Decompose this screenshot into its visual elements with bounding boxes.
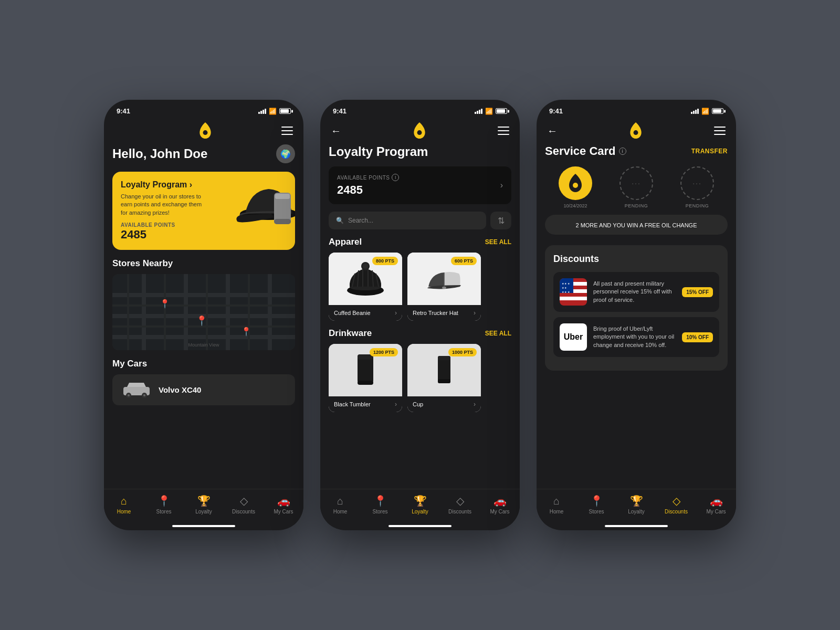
signal-icon-2 bbox=[475, 109, 482, 114]
car-name: Volvo XC40 bbox=[159, 385, 201, 394]
my-cars-icon-2: 🚗 bbox=[494, 495, 507, 507]
time-1: 9:41 bbox=[117, 107, 130, 115]
status-icons-2: 📶 bbox=[475, 108, 507, 115]
sort-button[interactable]: ⇅ bbox=[490, 212, 511, 229]
product-beanie[interactable]: 800 PTS bbox=[329, 253, 402, 321]
menu-button-1[interactable] bbox=[281, 127, 293, 135]
discounts-label-1: Discounts bbox=[232, 509, 255, 514]
my-cars-label-1: My Cars bbox=[274, 509, 293, 514]
apparel-see-all[interactable]: SEE ALL bbox=[485, 238, 511, 246]
product-hat[interactable]: 600 PTS Retro Trucker Hat bbox=[407, 253, 481, 321]
points-info: AVAILABLE POINTS i 2485 bbox=[337, 174, 399, 197]
svg-point-0 bbox=[203, 130, 208, 135]
drinkware-see-all[interactable]: SEE ALL bbox=[485, 330, 511, 337]
hat-name-row: Retro Trucker Hat › bbox=[407, 305, 481, 321]
app-header-3: ← bbox=[537, 118, 736, 144]
back-button-3[interactable]: ← bbox=[547, 125, 558, 137]
search-row: 🔍 Search... ⇅ bbox=[329, 212, 511, 229]
nav-home-2[interactable]: ⌂ Home bbox=[327, 495, 353, 514]
my-cars-label-2: My Cars bbox=[490, 509, 509, 514]
car-card[interactable]: Volvo XC40 bbox=[112, 374, 295, 405]
tumbler-2-svg bbox=[434, 352, 455, 388]
svg-text:★ ★ ★: ★ ★ ★ bbox=[562, 290, 570, 293]
app-header-2: ← bbox=[320, 118, 520, 144]
phone-service: 9:41 📶 ← Service Card i bbox=[537, 100, 736, 530]
avatar[interactable]: 🌍 bbox=[276, 144, 295, 163]
transfer-button[interactable]: TRANSFER bbox=[691, 148, 728, 155]
drinkware-section-header: Drinkware SEE ALL bbox=[329, 328, 511, 339]
status-icons-3: 📶 bbox=[691, 108, 723, 115]
nav-my-cars-1[interactable]: 🚗 My Cars bbox=[270, 495, 297, 514]
uber-image: Uber bbox=[560, 323, 587, 351]
nav-discounts-1[interactable]: ◇ Discounts bbox=[230, 495, 257, 514]
menu-button-3[interactable] bbox=[714, 127, 726, 135]
drinkware-2-image: 1000 PTS bbox=[407, 344, 481, 396]
my-cars-icon-3: 🚗 bbox=[710, 495, 723, 507]
logo-2 bbox=[412, 122, 427, 139]
circle-1-filled bbox=[559, 166, 592, 200]
drinkware-2-name: Cup bbox=[413, 401, 423, 407]
nav-stores-2[interactable]: 📍 Stores bbox=[367, 495, 393, 514]
my-cars-label-3: My Cars bbox=[706, 509, 726, 514]
car-icon bbox=[121, 381, 152, 399]
military-discount-text: All past and present military personnel … bbox=[593, 280, 676, 304]
available-points-value-2: 2485 bbox=[337, 183, 399, 197]
loyalty-card-title: Loyalty Program › bbox=[121, 180, 205, 190]
loyalty-label-1: Loyalty bbox=[195, 509, 212, 514]
loyalty-card[interactable]: Loyalty Program › Change your oil in our… bbox=[112, 172, 295, 250]
nav-home-3[interactable]: ⌂ Home bbox=[543, 495, 570, 514]
discount-uber[interactable]: Uber Bring proof of Uber/Lyft employment… bbox=[553, 317, 719, 357]
points-banner[interactable]: AVAILABLE POINTS i 2485 › bbox=[329, 166, 511, 204]
service-circles: 10/24/2022 ··· PENDING ··· PENDING bbox=[545, 166, 728, 208]
home-label-3: Home bbox=[550, 509, 564, 514]
uber-discount-text: Bring proof of Uber/Lyft employment with… bbox=[593, 325, 676, 349]
app-header-1 bbox=[104, 118, 303, 144]
circle-2-label: PENDING bbox=[625, 203, 648, 208]
loyalty-card-text: Loyalty Program › Change your oil in our… bbox=[121, 180, 205, 242]
bottom-nav-1: ⌂ Home 📍 Stores 🏆 Loyalty ◇ Discounts 🚗 … bbox=[104, 489, 303, 525]
status-icons-1: 📶 bbox=[258, 108, 291, 115]
svg-rect-44 bbox=[438, 356, 450, 360]
nav-stores-3[interactable]: 📍 Stores bbox=[583, 495, 610, 514]
discounts-icon-3: ◇ bbox=[673, 495, 680, 507]
discounts-icon-2: ◇ bbox=[456, 495, 464, 507]
nav-home-1[interactable]: ⌂ Home bbox=[111, 495, 137, 514]
stores-icon-1: 📍 bbox=[158, 495, 171, 507]
svg-point-25 bbox=[128, 394, 130, 396]
nav-loyalty-2[interactable]: 🏆 Loyalty bbox=[407, 495, 433, 514]
signal-icon-3 bbox=[691, 109, 699, 114]
home-indicator-1 bbox=[172, 525, 235, 527]
logo-3 bbox=[628, 122, 643, 139]
home-icon-3: ⌂ bbox=[553, 495, 560, 507]
menu-button-2[interactable] bbox=[498, 127, 509, 135]
battery-icon-1 bbox=[279, 108, 291, 114]
loyalty-card-desc: Change your oil in our stores to earn po… bbox=[121, 193, 205, 217]
loyalty-icon-1: 🏆 bbox=[197, 495, 211, 507]
status-bar-3: 9:41 📶 bbox=[537, 100, 736, 118]
svg-point-28 bbox=[417, 130, 422, 135]
nav-loyalty-3[interactable]: 🏆 Loyalty bbox=[623, 495, 649, 514]
nav-stores-1[interactable]: 📍 Stores bbox=[151, 495, 177, 514]
drinkware-2-arrow: › bbox=[474, 401, 476, 408]
discount-military[interactable]: ★ ★ ★ ★ ★ ★ ★ ★ All past and present mil… bbox=[553, 272, 719, 312]
beanie-name: Cuffed Beanie bbox=[334, 310, 371, 316]
phone-loyalty: 9:41 📶 ← Loyalty Program bbox=[320, 100, 520, 530]
drinkware-1[interactable]: 1200 PTS Black Tumbler › bbox=[329, 344, 402, 412]
drinkware-1-image: 1200 PTS bbox=[329, 344, 402, 396]
map-container[interactable]: 📍 📍 📍 Mountain View bbox=[112, 274, 295, 350]
home-label-1: Home bbox=[117, 509, 131, 514]
search-placeholder: Search... bbox=[348, 217, 373, 224]
nav-my-cars-2[interactable]: 🚗 My Cars bbox=[487, 495, 513, 514]
nav-discounts-3[interactable]: ◇ Discounts bbox=[663, 495, 689, 514]
nav-loyalty-1[interactable]: 🏆 Loyalty bbox=[191, 495, 217, 514]
drinkware-2[interactable]: 1000 PTS Cup › bbox=[407, 344, 481, 412]
loyalty-page-title: Loyalty Program bbox=[329, 144, 511, 159]
nav-my-cars-3[interactable]: 🚗 My Cars bbox=[703, 495, 729, 514]
svg-point-46 bbox=[634, 130, 638, 135]
circle-1-date: 10/24/2022 bbox=[563, 203, 587, 208]
stores-label-1: Stores bbox=[156, 509, 172, 514]
search-field[interactable]: 🔍 Search... bbox=[329, 212, 486, 229]
logo-1 bbox=[198, 122, 213, 139]
back-button-2[interactable]: ← bbox=[331, 125, 341, 137]
nav-discounts-2[interactable]: ◇ Discounts bbox=[447, 495, 473, 514]
